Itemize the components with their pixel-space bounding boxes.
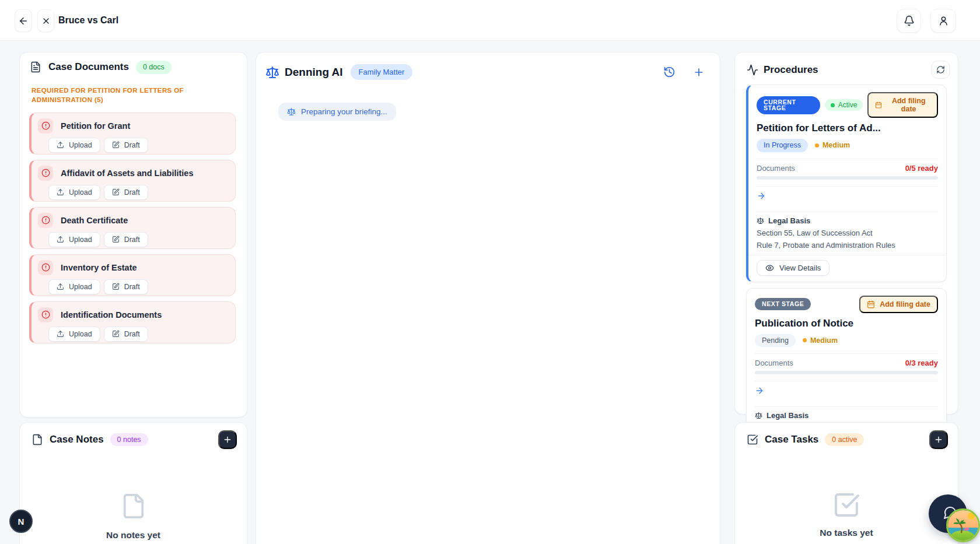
square-check-icon xyxy=(747,434,758,445)
expand-stage-button[interactable] xyxy=(757,187,938,205)
document-card: Affidavit of Assets and Liabilities Uplo… xyxy=(29,160,236,202)
missing-doc-chip xyxy=(38,213,53,228)
add-note-button[interactable] xyxy=(218,430,237,449)
view-details-button[interactable]: View Details xyxy=(757,260,830,276)
calendar-icon xyxy=(867,300,875,308)
bell-icon xyxy=(904,15,915,26)
case-title: Bruce vs Carl xyxy=(58,15,118,26)
document-card: Death Certificate Upload Draft xyxy=(29,207,236,249)
denning-ai-panel: Denning AI Family Matter Preparing your … xyxy=(256,52,720,544)
draft-pen-icon xyxy=(112,236,120,243)
required-documents-heading: REQUIRED FOR PETITION FOR LETTERS OF ADM… xyxy=(32,86,194,104)
green-dot-icon xyxy=(831,103,835,107)
document-name: Petition for Grant xyxy=(61,121,130,131)
legal-basis-line: Section 55, Law of Succession Act xyxy=(757,229,938,237)
stage-priority: Medium xyxy=(815,141,850,149)
amber-dot-icon xyxy=(815,143,819,148)
document-name: Inventory of Estate xyxy=(61,263,137,272)
island-avatar-image[interactable] xyxy=(946,508,980,542)
draft-button[interactable]: Draft xyxy=(104,232,148,247)
missing-doc-chip xyxy=(38,260,53,275)
notifications-button[interactable] xyxy=(897,9,921,33)
file-icon xyxy=(32,434,43,445)
draft-pen-icon xyxy=(112,141,120,149)
amber-dot-icon xyxy=(803,338,807,342)
stage-priority: Medium xyxy=(803,336,838,345)
panel-title: Procedures xyxy=(764,64,818,76)
document-name: Death Certificate xyxy=(61,216,128,225)
documents-ready-count: 0/5 ready xyxy=(905,164,938,173)
empty-file-icon xyxy=(120,491,147,521)
activity-icon xyxy=(747,64,758,76)
stage-card-footer: View Details xyxy=(748,255,946,282)
refresh-procedures-button[interactable] xyxy=(932,61,950,79)
scales-icon xyxy=(287,107,296,116)
floating-avatar[interactable]: N xyxy=(9,510,33,533)
documents-progress-bar xyxy=(757,176,938,180)
procedures-header: Procedures xyxy=(735,52,958,79)
tasks-count-badge: 0 active xyxy=(825,433,864,447)
document-card: Inventory of Estate Upload Draft xyxy=(29,254,236,296)
panel-title: Case Notes xyxy=(50,434,104,445)
alert-circle-icon xyxy=(41,310,50,319)
legal-basis-block: Legal Basis Section 55, Law of Successio… xyxy=(757,212,938,255)
plus-icon xyxy=(934,435,943,444)
draft-button[interactable]: Draft xyxy=(104,327,148,342)
user-icon xyxy=(938,15,949,26)
close-case-button[interactable] xyxy=(37,9,54,32)
empty-check-icon xyxy=(832,491,860,519)
stage-title: Publication of Notice xyxy=(755,318,938,329)
alert-circle-icon xyxy=(41,216,50,224)
alert-circle-icon xyxy=(41,169,50,177)
panel-title: Case Tasks xyxy=(765,434,818,445)
close-icon xyxy=(41,16,51,26)
plus-icon xyxy=(693,66,705,78)
expand-stage-button[interactable] xyxy=(755,381,938,400)
stage-list: CURRENT STAGE Active Add filing date Pet… xyxy=(735,79,958,477)
tasks-empty-state: No tasks yet Create your first task to g… xyxy=(735,491,958,544)
add-task-button[interactable] xyxy=(929,430,948,449)
upload-button[interactable]: Upload xyxy=(48,232,100,247)
documents-progress-bar xyxy=(755,371,938,374)
eye-icon xyxy=(765,264,774,272)
draft-button[interactable]: Draft xyxy=(104,185,148,200)
document-name: Identification Documents xyxy=(61,310,162,320)
chat-history-button[interactable] xyxy=(663,66,676,78)
draft-button[interactable]: Draft xyxy=(104,279,148,294)
case-tasks-header: Case Tasks 0 active xyxy=(735,423,958,449)
new-chat-button[interactable] xyxy=(693,66,705,78)
plus-icon xyxy=(223,435,232,444)
alert-circle-icon xyxy=(41,121,50,130)
upload-button[interactable]: Upload xyxy=(48,279,100,294)
upload-button[interactable]: Upload xyxy=(48,327,100,342)
denning-ai-header: Denning AI Family Matter xyxy=(256,52,720,80)
upload-icon xyxy=(57,236,64,243)
draft-pen-icon xyxy=(112,188,120,196)
notes-count-badge: 0 notes xyxy=(110,433,148,447)
matter-type-badge: Family Matter xyxy=(351,64,413,80)
documents-ready-count: 0/3 ready xyxy=(905,359,938,367)
scales-icon xyxy=(755,412,762,419)
stage-badge: CURRENT STAGE xyxy=(757,96,820,114)
case-notes-panel: Case Notes 0 notes No notes yet Add your… xyxy=(19,422,247,544)
scales-icon xyxy=(757,217,764,224)
arrow-left-icon xyxy=(18,16,29,26)
documents-label: Documents xyxy=(755,359,793,367)
history-icon xyxy=(663,66,676,78)
legal-basis-line: Rule 7, Probate and Administration Rules xyxy=(757,241,938,250)
briefing-status-chip: Preparing your briefing... xyxy=(278,103,396,121)
upload-button[interactable]: Upload xyxy=(48,185,100,200)
add-filing-date-button[interactable]: Add filing date xyxy=(867,92,938,118)
profile-button[interactable] xyxy=(930,9,956,33)
empty-title: No notes yet xyxy=(106,530,160,541)
refresh-icon xyxy=(936,65,945,74)
add-filing-date-button[interactable]: Add filing date xyxy=(859,296,938,313)
upload-icon xyxy=(57,188,64,196)
case-notes-header: Case Notes 0 notes xyxy=(20,423,247,449)
draft-button[interactable]: Draft xyxy=(104,138,148,153)
notes-empty-state: No notes yet Add your first case note xyxy=(20,491,247,544)
calendar-icon xyxy=(875,101,882,109)
upload-button[interactable]: Upload xyxy=(48,138,100,153)
back-button[interactable] xyxy=(15,9,32,32)
assistant-title: Denning AI xyxy=(285,66,343,79)
